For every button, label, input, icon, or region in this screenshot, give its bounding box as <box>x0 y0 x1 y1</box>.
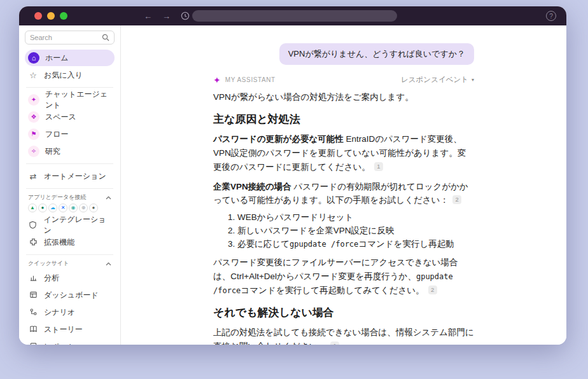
sidebar-item-research[interactable]: ✧ 研究 <box>25 143 115 160</box>
citation-badge[interactable]: 2 <box>428 286 437 294</box>
sidebar-item-label: スペース <box>45 112 76 123</box>
response-event-dropdown[interactable]: レスポンスイベント ▾ <box>401 75 474 85</box>
user-message-bubble: VPNが繋がりません、どうすれば良いですか？ <box>279 43 474 65</box>
citation-badge[interactable]: 1 <box>330 341 339 345</box>
puzzle-icon <box>28 238 38 247</box>
sidebar-item-dashboard[interactable]: ダッシュボード <box>25 287 115 303</box>
connector-icon-1[interactable]: ● <box>38 203 47 212</box>
assistant-intro: VPNが繋がらない場合の対処方法をご案内します。 <box>213 90 474 104</box>
steps-list: WEBからパスワードリセット 新しいパスワードを企業VPN設定に反映 必要に応じ… <box>213 212 474 250</box>
step-item: 新しいパスワードを企業VPN設定に反映 <box>237 225 474 237</box>
titlebar: ← → ? <box>19 6 566 25</box>
connector-icons-row: ▲ ● ☁ ✕ ◉ ⊕ ● <box>28 203 111 212</box>
research-icon: ✧ <box>28 146 39 157</box>
chat-agent-icon: ✦ <box>28 94 39 106</box>
forward-icon[interactable]: → <box>162 12 171 20</box>
step-item: WEBからパスワードリセット <box>237 212 474 224</box>
sidebar-item-home[interactable]: ⌂ ホーム <box>25 50 115 66</box>
sidebar-item-label: オートメーション <box>44 171 106 182</box>
sidebar-item-space[interactable]: ❖ スペース <box>25 109 115 125</box>
star-icon: ☆ <box>28 71 38 79</box>
sidebar-item-label: ダッシュボード <box>44 290 99 301</box>
sidebar-item-label: チャットエージェント <box>45 89 111 111</box>
section-heading-causes: 主な原因と対処法 <box>213 113 474 127</box>
sidebar-item-label: ホーム <box>45 53 69 64</box>
sidebar-item-integration[interactable]: インテグレーション <box>25 217 115 233</box>
history-clock-icon[interactable] <box>181 11 190 20</box>
connector-icon-5[interactable]: ⊕ <box>79 203 88 212</box>
step-item: 必要に応じてgpupdate /forceコマンドを実行し再起動 <box>237 238 474 251</box>
book-icon <box>28 325 38 334</box>
search-icon <box>102 34 109 41</box>
sidebar-divider <box>26 254 113 255</box>
sidebar-item-label: インテグレーション <box>43 214 111 236</box>
sidebar-item-extensions[interactable]: 拡張機能 <box>25 234 115 251</box>
sidebar-divider <box>26 163 113 164</box>
sidebar-item-label: 研究 <box>45 146 60 157</box>
sidebar-search[interactable] <box>25 31 115 45</box>
connect-apps-section-header[interactable]: アプリとデータを接続 <box>28 193 111 202</box>
section-label: クイックサイト <box>28 259 69 268</box>
org-chart-icon <box>28 308 38 317</box>
sidebar-item-report[interactable]: レポート <box>25 338 115 345</box>
assistant-name: MY ASSISTANT <box>225 76 276 83</box>
paragraph-corporate-vpn: 企業VPN接続の場合 パスワードの有効期限が切れてロックがかかっている可能性があ… <box>213 180 474 208</box>
sidebar-item-analytics[interactable]: 分析 <box>25 270 115 286</box>
space-icon: ❖ <box>28 111 39 123</box>
sidebar-item-scenario[interactable]: シナリオ <box>25 304 115 320</box>
sidebar-item-automation[interactable]: ⇄ オートメーション <box>25 168 115 184</box>
sidebar-item-story[interactable]: ストーリー <box>25 321 115 338</box>
bar-chart-icon <box>28 273 38 283</box>
dashboard-icon <box>28 291 38 300</box>
sidebar-item-label: 拡張機能 <box>44 237 74 248</box>
sidebar-item-flow[interactable]: ⚑ フロー <box>25 126 115 142</box>
citation-badge[interactable]: 1 <box>374 162 383 171</box>
app-window: ← → ? ⌂ ホーム ☆ <box>19 6 566 345</box>
connector-icon-2[interactable]: ☁ <box>48 203 57 212</box>
caret-down-icon: ▾ <box>472 77 474 83</box>
sidebar-item-label: レポート <box>44 341 75 345</box>
connector-icon-6[interactable]: ● <box>89 203 98 212</box>
sidebar-divider <box>26 87 113 88</box>
chevron-up-icon <box>106 196 111 200</box>
section-label: アプリとデータを接続 <box>28 193 86 202</box>
close-window-button[interactable] <box>34 12 42 20</box>
sidebar-item-label: シナリオ <box>44 307 75 318</box>
paragraph-password-update: パスワードの更新が必要な可能性 EntraIDのパスワード変更後、VPN設定側の… <box>213 132 474 174</box>
chevron-up-icon <box>106 262 111 266</box>
quick-sites-section-header[interactable]: クイックサイト <box>28 259 111 268</box>
flow-icon: ⚑ <box>28 128 39 140</box>
connector-icon-3[interactable]: ✕ <box>59 203 67 212</box>
traffic-lights <box>34 12 67 20</box>
home-icon: ⌂ <box>28 52 39 64</box>
section-heading-unresolved: それでも解決しない場合 <box>213 306 474 320</box>
report-icon <box>28 342 38 345</box>
search-input[interactable] <box>30 34 94 41</box>
help-icon[interactable]: ? <box>546 11 556 21</box>
assistant-sparkle-icon: ✦ <box>213 76 221 85</box>
connector-icon-4[interactable]: ◉ <box>69 203 78 212</box>
sidebar-item-chat-agent[interactable]: ✦ チャットエージェント <box>25 92 115 108</box>
response-event-label: レスポンスイベント <box>401 75 468 85</box>
shield-icon <box>28 221 38 230</box>
sidebar-item-label: ストーリー <box>44 324 83 335</box>
sidebar-item-label: お気に入り <box>44 70 83 81</box>
sidebar: ⌂ ホーム ☆ お気に入り ✦ チャットエージェント ❖ スペース ⚑ フロー … <box>19 25 121 345</box>
address-bar[interactable] <box>192 10 397 22</box>
back-icon[interactable]: ← <box>144 12 152 20</box>
sidebar-item-label: フロー <box>45 129 69 140</box>
connector-icon-0[interactable]: ▲ <box>28 203 37 212</box>
automation-icon: ⇄ <box>28 172 38 181</box>
paragraph-contact-it: 上記の対処法を試しても接続できない場合は、情報システム部門に直接お問い合わせくだ… <box>213 326 474 345</box>
sidebar-divider <box>26 188 113 189</box>
citation-badge[interactable]: 2 <box>452 195 461 204</box>
sidebar-item-favorites[interactable]: ☆ お気に入り <box>25 67 115 83</box>
paragraph-fileserver: パスワード変更後にファイルサーバーにアクセスできない場合は、Ctrl+Alt+D… <box>213 256 474 298</box>
maximize-window-button[interactable] <box>60 12 67 20</box>
sidebar-item-label: 分析 <box>44 273 59 284</box>
minimize-window-button[interactable] <box>47 12 55 20</box>
chat-panel: VPNが繋がりません、どうすれば良いですか？ ✦ MY ASSISTANT レス… <box>121 25 566 345</box>
